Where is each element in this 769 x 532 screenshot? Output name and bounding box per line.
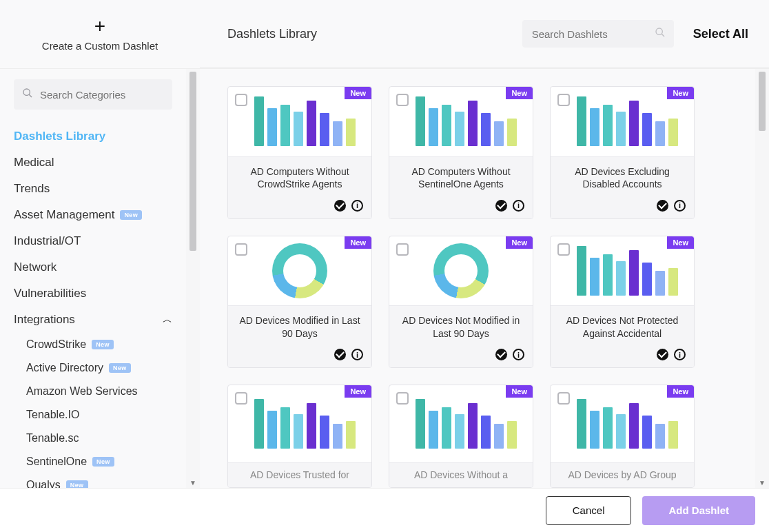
new-badge: New bbox=[345, 87, 371, 99]
info-icon[interactable]: i bbox=[674, 349, 686, 360]
new-badge: New bbox=[506, 236, 533, 249]
create-custom-dashlet[interactable]: + Create a Custom Dashlet bbox=[0, 0, 200, 68]
sidebar-item-label: Trends bbox=[14, 182, 50, 196]
dashlet-card[interactable]: NewAD Computers Without CrowdStrike Agen… bbox=[227, 86, 372, 219]
page-title: Dashlets Library bbox=[227, 27, 522, 41]
sidebar-item[interactable]: Dashlets Library bbox=[14, 123, 172, 150]
svg-line-3 bbox=[29, 94, 32, 97]
dashlet-title: AD Computers Without SentinelOne Agents bbox=[398, 165, 524, 192]
search-icon bbox=[22, 88, 33, 101]
new-badge: New bbox=[506, 385, 533, 398]
new-badge: New bbox=[345, 236, 371, 249]
sidebar-sub-item[interactable]: QualysNew bbox=[14, 473, 172, 488]
sidebar-item[interactable]: Network bbox=[14, 254, 172, 280]
sidebar-item[interactable]: Medical bbox=[14, 150, 172, 176]
check-icon bbox=[657, 349, 668, 360]
check-icon bbox=[495, 200, 507, 212]
dashlet-checkbox[interactable] bbox=[235, 94, 247, 106]
dashlet-checkbox[interactable] bbox=[557, 392, 570, 405]
sidebar-sub-item[interactable]: Active DirectoryNew bbox=[14, 356, 172, 380]
new-badge: New bbox=[92, 457, 114, 467]
dashlet-checkbox[interactable] bbox=[235, 243, 247, 256]
dashlet-title: AD Devices by AD Group bbox=[568, 469, 676, 482]
bar-chart-thumbnail bbox=[254, 96, 356, 146]
sidebar-item-label: Tenable.sc bbox=[26, 432, 79, 444]
search-icon bbox=[655, 27, 666, 41]
sidebar-item[interactable]: Integrations︿ bbox=[14, 307, 172, 333]
dashlet-card[interactable]: NewAD Devices Without a bbox=[389, 385, 533, 488]
bar-chart-thumbnail bbox=[416, 96, 517, 146]
search-dashlets[interactable] bbox=[522, 20, 674, 48]
check-icon bbox=[334, 200, 346, 212]
dashlet-card[interactable]: NewAD Devices Modified in Last 90 Daysi bbox=[227, 236, 372, 369]
new-badge: New bbox=[506, 87, 533, 99]
dashlet-checkbox[interactable] bbox=[396, 243, 409, 256]
select-all-button[interactable]: Select All bbox=[693, 27, 748, 41]
dashlet-card[interactable]: NewAD Devices by AD Group bbox=[550, 385, 695, 488]
search-dashlets-input[interactable] bbox=[522, 20, 674, 48]
cancel-button[interactable]: Cancel bbox=[546, 496, 632, 525]
check-icon bbox=[334, 349, 346, 360]
sidebar-item-label: Integrations bbox=[14, 313, 75, 327]
sidebar-item-label: Active Directory bbox=[26, 362, 103, 374]
info-icon[interactable]: i bbox=[513, 349, 524, 360]
sidebar-item-label: Industrial/OT bbox=[14, 234, 81, 248]
add-dashlet-button[interactable]: Add Dashlet bbox=[642, 496, 755, 525]
dashlet-title: AD Devices Trusted for bbox=[250, 469, 349, 482]
footer: Cancel Add Dashlet bbox=[0, 488, 769, 532]
check-icon bbox=[495, 349, 507, 360]
new-badge: New bbox=[345, 385, 371, 398]
create-label: Create a Custom Dashlet bbox=[42, 40, 158, 52]
categories-sidebar: Dashlets LibraryMedicalTrendsAsset Manag… bbox=[0, 69, 186, 488]
dashlet-checkbox[interactable] bbox=[235, 392, 247, 405]
scroll-down-icon[interactable]: ▼ bbox=[759, 479, 766, 487]
bar-chart-thumbnail bbox=[577, 399, 678, 449]
sidebar-item[interactable]: Trends bbox=[14, 176, 172, 202]
donut-chart-thumbnail bbox=[433, 243, 489, 298]
sidebar-item[interactable]: Vulnerabilities bbox=[14, 280, 172, 307]
sidebar-item-label: CrowdStrike bbox=[26, 338, 86, 351]
dashlet-checkbox[interactable] bbox=[557, 94, 570, 106]
dashlet-card[interactable]: NewAD Devices Excluding Disabled Account… bbox=[550, 86, 695, 219]
sidebar-sub-item[interactable]: Tenable.sc bbox=[14, 427, 172, 450]
search-categories-input[interactable] bbox=[40, 89, 164, 101]
sidebar-item-label: Medical bbox=[14, 156, 54, 170]
dashlet-card[interactable]: NewAD Devices Not Protected Against Acci… bbox=[550, 236, 695, 369]
scrollbar-thumb[interactable] bbox=[759, 72, 766, 131]
sidebar-sub-item[interactable]: Amazon Web Services bbox=[14, 380, 172, 403]
sidebar-item[interactable]: Industrial/OT bbox=[14, 228, 172, 254]
sidebar-item[interactable]: Asset ManagementNew bbox=[14, 202, 172, 228]
svg-point-0 bbox=[656, 28, 662, 34]
donut-chart-thumbnail bbox=[272, 243, 327, 298]
info-icon[interactable]: i bbox=[351, 200, 363, 212]
bar-chart-thumbnail bbox=[577, 96, 678, 146]
sidebar-scrollbar[interactable]: ▼ bbox=[186, 69, 200, 488]
scrollbar-thumb[interactable] bbox=[189, 72, 196, 251]
dashlet-card[interactable]: NewAD Devices Not Modified in Last 90 Da… bbox=[389, 236, 533, 369]
scroll-down-icon[interactable]: ▼ bbox=[189, 479, 196, 487]
sidebar-sub-item[interactable]: CrowdStrikeNew bbox=[14, 333, 172, 356]
dashlet-title: AD Devices Without a bbox=[414, 469, 508, 482]
dashlets-library-grid: NewAD Computers Without CrowdStrike Agen… bbox=[200, 69, 755, 488]
sidebar-sub-item[interactable]: Tenable.IO bbox=[14, 403, 172, 427]
info-icon[interactable]: i bbox=[351, 349, 363, 360]
sidebar-item-label: Vulnerabilities bbox=[14, 287, 86, 300]
dashlet-checkbox[interactable] bbox=[557, 243, 570, 256]
library-scrollbar[interactable]: ▼ bbox=[755, 69, 769, 488]
dashlet-title: AD Devices Not Modified in Last 90 Days bbox=[398, 314, 524, 340]
search-categories[interactable] bbox=[14, 79, 172, 110]
info-icon[interactable]: i bbox=[513, 200, 524, 212]
sidebar-sub-item[interactable]: SentinelOneNew bbox=[14, 450, 172, 473]
dashlet-checkbox[interactable] bbox=[396, 392, 409, 405]
dashlet-card[interactable]: NewAD Devices Trusted for bbox=[227, 385, 372, 488]
sidebar-item-label: SentinelOne bbox=[26, 456, 87, 468]
info-icon[interactable]: i bbox=[674, 200, 686, 212]
dashlet-title: AD Devices Excluding Disabled Accounts bbox=[559, 165, 686, 192]
plus-icon: + bbox=[94, 17, 105, 36]
dashlet-title: AD Devices Not Protected Against Acciden… bbox=[559, 314, 686, 340]
new-badge: New bbox=[120, 210, 142, 220]
sidebar-item-label: Dashlets Library bbox=[14, 130, 105, 143]
new-badge: New bbox=[667, 236, 694, 249]
dashlet-card[interactable]: NewAD Computers Without SentinelOne Agen… bbox=[389, 86, 533, 219]
dashlet-checkbox[interactable] bbox=[396, 94, 409, 106]
